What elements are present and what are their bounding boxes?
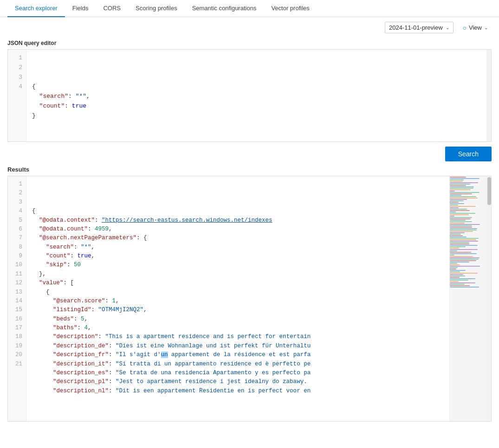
results-scrollbar-thumb[interactable] xyxy=(487,177,491,205)
editor-scrollbar[interactable] xyxy=(486,50,491,141)
result-line-20: "description_pl": "Jest to apartament re… xyxy=(32,378,444,386)
result-line-13: "beds": 5, xyxy=(32,315,444,324)
result-line-18: "description_it": "Si tratta di un appar… xyxy=(32,360,444,369)
view-button[interactable]: ○ View ⌄ xyxy=(459,22,492,33)
result-line-16: "description_de": "Dies ist eine Wohnanl… xyxy=(32,342,444,351)
view-chevron-icon: ⌄ xyxy=(484,25,488,30)
result-line-7: "skip": 50 xyxy=(32,261,444,269)
tab-vector-profiles[interactable]: Vector profiles xyxy=(264,0,317,17)
version-dropdown[interactable]: 2024-11-01-preview ⌄ xyxy=(385,22,454,33)
results-label: Results xyxy=(7,166,492,173)
version-label: 2024-11-01-preview xyxy=(389,24,443,31)
chevron-down-icon: ⌄ xyxy=(446,25,449,30)
result-line-14: "baths": 4, xyxy=(32,324,444,333)
result-line-1: { xyxy=(32,207,444,216)
minimap xyxy=(449,176,486,421)
tab-search-explorer[interactable]: Search explorer xyxy=(7,0,65,17)
search-button-row: Search xyxy=(7,142,492,166)
result-line-8: }, xyxy=(32,270,444,279)
results-container: 123456789101112131415161718192021 { "@od… xyxy=(7,176,492,422)
result-line-19: "description_es": "Se trata de una resid… xyxy=(32,369,444,378)
eye-icon: ○ xyxy=(463,24,467,32)
tab-scoring-profiles[interactable]: Scoring profiles xyxy=(128,0,185,17)
results-line-numbers: 123456789101112131415161718192021 xyxy=(8,176,26,421)
toolbar: 2024-11-01-preview ⌄ ○ View ⌄ xyxy=(0,17,499,38)
result-line-6: "count": true, xyxy=(32,252,444,261)
tab-bar: Search explorerFieldsCORSScoring profile… xyxy=(0,0,499,17)
search-button[interactable]: Search xyxy=(445,147,492,161)
result-line-10: { xyxy=(32,288,444,297)
result-line-5: "search": "*", xyxy=(32,243,444,252)
json-editor-label: JSON query editor xyxy=(7,40,492,46)
tab-semantic-configurations[interactable]: Semantic configurations xyxy=(185,0,264,17)
result-line-12: "listingId": "OTM4MjI2NQ2", xyxy=(32,306,444,314)
results-code[interactable]: 123456789101112131415161718192021 { "@od… xyxy=(8,176,449,421)
tab-fields[interactable]: Fields xyxy=(65,0,96,17)
editor-code-content[interactable]: { "search": "*", "count": true} xyxy=(26,50,486,141)
view-label: View xyxy=(469,24,482,31)
results-content: { "@odata.context": "https://search-east… xyxy=(26,176,449,421)
result-line-9: "value": [ xyxy=(32,279,444,288)
result-line-17: "description_fr": "Il s'agit d'un appart… xyxy=(32,351,444,359)
result-line-15: "description": "This is a apartment resi… xyxy=(32,333,444,341)
result-line-11: "@search.score": 1, xyxy=(32,297,444,306)
tab-cors[interactable]: CORS xyxy=(96,0,128,17)
json-editor[interactable]: 1234 { "search": "*", "count": true} xyxy=(7,49,492,142)
result-line-2: "@odata.context": "https://search-eastus… xyxy=(32,216,444,225)
result-line-3: "@odata.count": 4959, xyxy=(32,225,444,234)
editor-line-numbers: 1234 xyxy=(8,50,26,141)
result-line-4: "@search.nextPageParameters": { xyxy=(32,234,444,243)
result-line-21: "description_nl": "Dit is een appartemen… xyxy=(32,387,444,396)
main-content: JSON query editor 1234 { "search": "*", … xyxy=(0,40,499,429)
results-scrollbar[interactable] xyxy=(486,176,491,421)
